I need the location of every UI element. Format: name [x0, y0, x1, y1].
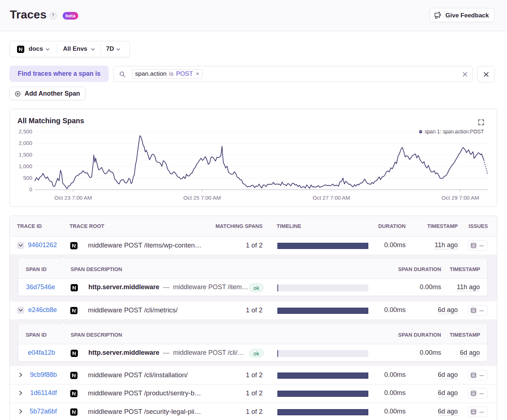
svg-text:1,500: 1,500 [18, 151, 32, 158]
svg-text:2,000: 2,000 [18, 140, 32, 146]
svg-text:Oct 27 7:00 AM: Oct 27 7:00 AM [313, 195, 350, 201]
svg-text:1,000: 1,000 [18, 163, 32, 169]
svg-text:500: 500 [23, 175, 32, 181]
svg-text:Oct 29 7:00 AM: Oct 29 7:00 AM [441, 195, 479, 201]
svg-text:Oct 23 7:00 AM: Oct 23 7:00 AM [54, 195, 92, 201]
svg-text:2,500: 2,500 [18, 128, 32, 134]
svg-text:Oct 25 7:00 AM: Oct 25 7:00 AM [183, 195, 221, 201]
svg-text:0: 0 [29, 186, 32, 192]
